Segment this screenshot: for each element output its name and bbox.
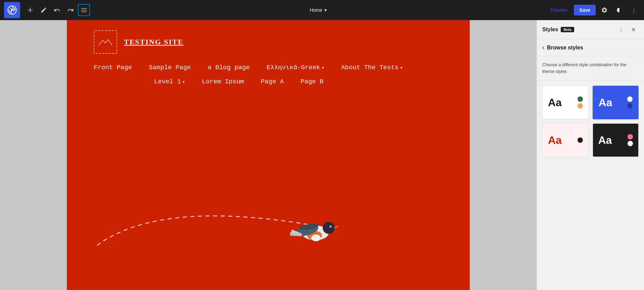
style-dot-black — [578, 137, 583, 143]
style-card-blue[interactable]: Aa — [593, 86, 639, 119]
browse-styles-title: Browse styles — [547, 45, 583, 51]
site-header: TESTING SITE Front Page Sample Page a Bl… — [67, 20, 470, 92]
nav-about-tests[interactable]: About The Tests ▾ — [341, 64, 403, 71]
site-logo-box — [94, 30, 117, 54]
edit-button[interactable] — [38, 4, 50, 16]
panel-title: Styles — [542, 27, 558, 33]
panel-close-button[interactable]: ✕ — [628, 24, 639, 35]
style-card-pink-dots — [578, 137, 583, 143]
panel-description: Choose a different style combination for… — [537, 56, 644, 80]
style-card-blue-aa: Aa — [599, 96, 612, 109]
style-card-white-dots — [578, 96, 583, 109]
style-card-blue-dots — [627, 96, 633, 109]
style-card-white-aa: Aa — [548, 96, 562, 109]
list-view-icon — [81, 7, 87, 13]
site-nav-row1: Front Page Sample Page a Blog page Ελλην… — [94, 64, 443, 71]
settings-button[interactable] — [598, 4, 610, 16]
nav-greek[interactable]: Ελληνικά-Greek ▾ — [267, 64, 324, 71]
panel-description-text: Choose a different style combination for… — [542, 62, 627, 74]
list-view-button[interactable] — [78, 4, 90, 16]
svg-point-9 — [331, 226, 332, 227]
nav-level1-chevron: ▾ — [182, 79, 185, 85]
nav-sample-page[interactable]: Sample Page — [149, 64, 191, 71]
bird-area — [67, 179, 470, 263]
halfmoon-icon — [616, 7, 623, 13]
panel-header-actions: ⋮ ✕ — [616, 24, 639, 35]
style-card-dark-aa: Aa — [598, 134, 612, 147]
redo-icon — [67, 7, 74, 13]
page-title-text: Home — [310, 7, 322, 13]
pen-icon — [40, 7, 47, 13]
style-card-pink[interactable]: Aa — [542, 123, 589, 157]
chevron-down-icon: ▾ — [324, 7, 327, 13]
site-preview: TESTING SITE Front Page Sample Page a Bl… — [67, 20, 470, 290]
nav-page-a[interactable]: Page A — [261, 78, 284, 85]
wp-logo-icon: W — [7, 5, 17, 15]
style-dot-white2 — [628, 141, 633, 146]
page-title-button[interactable]: Home ▾ — [306, 5, 331, 15]
toolbar-right: Preview Save ⋮ — [547, 4, 640, 16]
style-card-white[interactable]: Aa — [542, 86, 589, 119]
style-dot-white — [627, 96, 633, 102]
svg-point-10 — [311, 235, 321, 241]
panel-header: Styles Beta ⋮ ✕ — [537, 20, 644, 39]
style-dot-green — [578, 96, 583, 102]
bird-illustration — [285, 206, 346, 253]
nav-greek-chevron: ▾ — [322, 65, 324, 71]
nav-front-page[interactable]: Front Page — [94, 64, 132, 71]
styles-grid: Aa Aa Aa — [537, 80, 644, 162]
ellipsis-icon: ⋮ — [631, 6, 637, 14]
more-options-button[interactable]: ⋮ — [628, 4, 640, 16]
toolbar: W Home ▾ Previ — [0, 0, 644, 20]
back-chevron-icon: ‹ — [542, 44, 544, 51]
back-button[interactable]: ‹ — [542, 44, 544, 51]
undo-icon — [54, 7, 60, 13]
undo-button[interactable] — [51, 4, 63, 16]
panel-more-button[interactable]: ⋮ — [616, 24, 627, 35]
add-block-button[interactable] — [24, 4, 36, 16]
style-dot-darkblue — [627, 103, 633, 109]
close-icon: ✕ — [631, 27, 636, 33]
style-card-pink-aa: Aa — [548, 134, 562, 147]
site-nav-row2: Level 1 ▾ Lorem Ipsum Page A Page B — [94, 78, 443, 85]
site-title: TESTING SITE — [124, 38, 183, 46]
save-button[interactable]: Save — [574, 5, 596, 15]
redo-button[interactable] — [64, 4, 77, 16]
nav-about-chevron: ▾ — [400, 65, 403, 71]
style-card-dark-dots — [628, 134, 633, 146]
nav-level1[interactable]: Level 1 ▾ — [154, 78, 185, 85]
toolbar-center: Home ▾ — [91, 5, 545, 15]
logo-placeholder-icon — [99, 37, 112, 47]
site-logo-area: TESTING SITE — [94, 30, 443, 54]
panel-title-row: Styles Beta — [542, 27, 574, 33]
panel-browse-header: ‹ Browse styles — [537, 39, 644, 56]
panel-ellipsis-icon: ⋮ — [618, 27, 624, 33]
nav-blog-page[interactable]: a Blog page — [208, 64, 249, 71]
svg-text:W: W — [11, 8, 15, 12]
beta-badge: Beta — [561, 27, 574, 32]
wp-logo-button[interactable]: W — [4, 2, 20, 18]
svg-point-4 — [323, 222, 335, 234]
preview-button[interactable]: Preview — [547, 5, 571, 15]
main-area: TESTING SITE Front Page Sample Page a Bl… — [0, 20, 644, 290]
nav-lorem[interactable]: Lorem Ipsum — [202, 78, 244, 85]
canvas-area: TESTING SITE Front Page Sample Page a Bl… — [0, 20, 537, 290]
plus-icon — [27, 7, 34, 13]
nav-page-b[interactable]: Page B — [301, 78, 323, 85]
gear-icon — [601, 7, 608, 13]
right-panel: Styles Beta ⋮ ✕ ‹ Browse styles Choose a… — [537, 20, 644, 290]
style-card-dark[interactable]: Aa — [593, 123, 639, 157]
theme-toggle-button[interactable] — [613, 4, 625, 16]
style-dot-orange — [578, 103, 583, 109]
style-dot-pink — [628, 134, 633, 139]
